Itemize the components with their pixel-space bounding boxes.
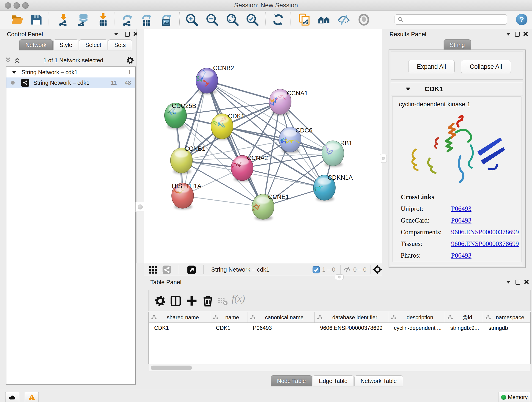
import-network-icon[interactable] [57,13,70,26]
table-cell[interactable]: P06493 [247,325,315,331]
collapse-all-icon[interactable] [5,57,12,64]
expand-all-button[interactable]: Expand All [408,60,455,73]
string-network-graph[interactable]: CCNB2CCNA1CDC25BCDK1CDC6RB1CCNB1CCNA2CDK… [144,29,382,263]
refresh-icon[interactable] [272,13,285,26]
table-horizontal-scrollbar[interactable] [149,364,530,371]
protein-structure-image [402,111,512,188]
tab-string[interactable]: String [443,39,471,51]
crosslink-value-link[interactable]: 9606.ENSP00000378699 [451,240,519,248]
birdseye-view-icon[interactable] [187,265,196,274]
export-image-icon[interactable] [160,13,173,26]
node-label-rb1: RB1 [340,140,352,147]
splitter-handle[interactable] [135,202,145,212]
collapse-all-button[interactable]: Collapse All [461,60,511,73]
scrollbar-thumb[interactable] [151,366,192,370]
node-label-ccne1: CCNE1 [268,193,289,200]
panel-float-icon[interactable] [515,280,520,285]
zoom-out-icon[interactable] [206,13,219,26]
cloud-icon [8,394,16,400]
string-import-icon[interactable] [298,13,311,26]
create-column-icon[interactable] [186,295,198,307]
toolbar-separator [179,265,179,274]
network-view-icon[interactable] [162,265,171,274]
tab-node-table[interactable]: Node Table [271,375,312,386]
crosslink-value-link[interactable]: 9606.ENSP00000378699 [451,228,519,236]
delete-column-icon[interactable] [202,295,214,307]
table-cell[interactable]: 9606.ENSP00000378699 [315,325,388,331]
hide-unhide-icon[interactable] [337,13,350,26]
results-splitter[interactable] [382,29,384,263]
table-cell[interactable]: CDK1 [149,325,210,331]
panel-close-icon[interactable] [523,32,528,36]
column-header--id[interactable]: @id [445,312,483,322]
horizontal-splitter[interactable] [144,276,531,278]
panel-float-icon[interactable] [515,32,520,37]
home-networks-icon[interactable] [318,13,331,26]
cloud-button[interactable] [5,392,19,402]
tab-network[interactable]: Network [19,39,53,51]
grid-view-icon[interactable] [148,265,158,274]
tab-select[interactable]: Select [79,39,107,51]
import-table-icon[interactable] [97,13,109,26]
expand-all-icon[interactable] [14,57,21,64]
fit-selected-icon[interactable] [373,265,382,274]
column-header-database-identifier[interactable]: database identifier [315,312,388,322]
column-header-namespace[interactable]: namespace [483,312,530,322]
crosslink-row: GeneCard:P06493 [401,217,519,224]
zoom-in-icon[interactable] [185,13,198,26]
gear-icon[interactable] [126,56,134,64]
search-field[interactable] [394,14,507,25]
warnings-button[interactable] [25,392,39,402]
column-header-shared-name[interactable]: shared name [149,312,210,322]
export-table-icon[interactable] [140,13,153,26]
toolbar-separator [179,12,180,27]
crosslink-row: Compartments:9606.ENSP00000378699 [401,228,519,236]
panel-close-icon[interactable] [524,280,529,284]
network-row[interactable]: String Network – cdk1 11 48 [6,77,135,88]
crosslink-value-link[interactable]: P06493 [451,205,472,212]
crosslink-value-link[interactable]: P06493 [451,252,472,259]
network-edge[interactable] [207,81,263,207]
results-panel: Results Panel String Expand All Collapse… [384,30,531,273]
table-cell[interactable]: cyclin-dependent ... [388,325,445,331]
panel-menu-icon[interactable] [506,33,510,36]
panel-menu-icon[interactable] [506,281,510,283]
table-row[interactable]: CDK1CDK1P064939606.ENSP00000378699cyclin… [149,323,530,333]
zoom-fit-icon[interactable] [226,13,239,26]
export-network-icon[interactable] [121,13,134,26]
column-header-description[interactable]: description [388,312,445,322]
column-header-canonical-name[interactable]: canonical name [247,312,315,322]
panel-menu-icon[interactable] [114,33,118,36]
memory-button[interactable]: Memory [499,392,530,402]
save-session-icon[interactable] [30,13,43,26]
vertical-splitter[interactable] [137,29,145,263]
show-graphics-icon[interactable] [357,13,370,26]
crosslink-value-link[interactable]: P06493 [451,217,472,224]
table-cell[interactable]: CDK1 [210,325,247,331]
search-input[interactable] [405,16,507,23]
network-collection-row[interactable]: String Network – cdk1 1 [6,67,135,77]
table-settings-gear-icon[interactable] [154,295,166,307]
section-collapse-icon[interactable] [406,88,410,90]
protein-section-header[interactable]: CDK1 [391,82,523,96]
tree-expand-icon[interactable] [12,71,17,74]
tab-network-table[interactable]: Network Table [355,375,403,386]
panel-float-icon[interactable] [125,32,130,37]
column-header-name[interactable]: name [210,312,247,322]
import-network-from-database-icon[interactable] [76,13,89,26]
tab-sets[interactable]: Sets [108,39,132,51]
network-edge[interactable] [183,81,207,196]
help-button[interactable]: ? [516,14,527,25]
show-column-icon[interactable] [170,295,182,307]
table-cell[interactable]: stringdb:9... [445,325,483,331]
network-edge[interactable] [183,196,263,207]
table-cell[interactable]: stringdb [483,325,530,331]
network-view-canvas[interactable]: CCNB2CCNA1CDC25BCDK1CDC6RB1CCNB1CCNA2CDK… [144,29,382,263]
zoom-selected-icon[interactable] [246,13,259,26]
tab-style[interactable]: Style [53,39,79,51]
selected-checkbox-icon[interactable] [312,266,320,274]
table-panel-tabs: Node TableEdge TableNetwork Table [271,375,404,386]
open-session-icon[interactable] [11,13,24,26]
node-table[interactable]: shared namenamecanonical namedatabase id… [148,312,531,364]
tab-edge-table[interactable]: Edge Table [313,375,354,386]
